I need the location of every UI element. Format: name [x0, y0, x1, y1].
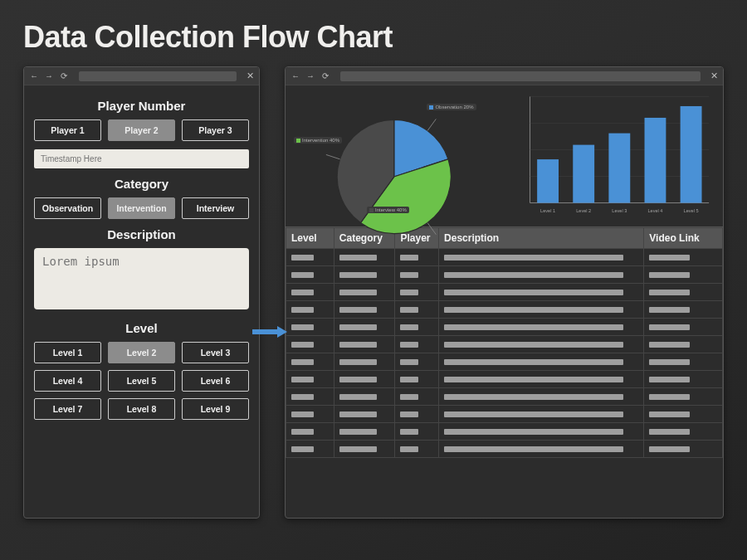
back-icon[interactable]: ← — [290, 72, 300, 80]
close-icon[interactable]: ✕ — [247, 71, 254, 81]
url-bar[interactable] — [79, 71, 237, 81]
svg-text:Level 4: Level 4 — [647, 208, 662, 213]
cell-placeholder — [400, 272, 418, 278]
cell-placeholder — [649, 377, 690, 382]
cell-placeholder — [339, 359, 377, 365]
svg-text:Level 1: Level 1 — [540, 208, 555, 213]
player-option-1[interactable]: Player 1 — [34, 119, 101, 141]
player-button-row: Player 1 Player 2 Player 3 — [34, 119, 249, 141]
dashboard-window-titlebar: ← → ⟳ ✕ — [286, 67, 723, 85]
cell-placeholder — [400, 359, 418, 365]
close-icon[interactable]: ✕ — [710, 71, 718, 81]
cell-placeholder — [339, 377, 377, 382]
cell-placeholder — [649, 394, 690, 400]
svg-rect-9 — [573, 145, 594, 203]
level-option-9[interactable]: Level 9 — [182, 398, 249, 420]
slide-title: Data Collection Flow Chart — [23, 20, 724, 55]
cell-placeholder — [291, 429, 314, 435]
category-option-intervention[interactable]: Intervention — [108, 197, 175, 219]
level-option-2[interactable]: Level 2 — [108, 342, 175, 363]
table-row — [286, 319, 723, 336]
level-option-8[interactable]: Level 8 — [108, 398, 175, 420]
table-row — [286, 301, 723, 319]
cell-placeholder — [649, 411, 690, 417]
category-button-row: Observation Intervention Interview — [34, 197, 249, 219]
cell-placeholder — [400, 307, 418, 313]
cell-placeholder — [339, 342, 377, 348]
svg-line-1 — [427, 223, 436, 235]
cell-placeholder — [444, 411, 622, 417]
pie-legend-interview: Interview 40% — [367, 207, 409, 213]
cell-placeholder — [400, 429, 418, 435]
player-number-heading: Player Number — [34, 99, 249, 113]
pie-legend-intervention: Intervention 40% — [294, 137, 342, 144]
level-grid: Level 1 Level 2 Level 3 Level 4 Level 5 … — [34, 342, 249, 420]
table-row — [286, 441, 723, 458]
form-window: ← → ⟳ ✕ Player Number Player 1 Player 2 … — [23, 66, 260, 519]
cell-placeholder — [400, 446, 418, 452]
level-option-1[interactable]: Level 1 — [34, 342, 101, 363]
refresh-icon[interactable]: ⟳ — [59, 72, 69, 80]
forward-icon[interactable]: → — [44, 72, 54, 80]
cell-placeholder — [444, 324, 622, 330]
cell-placeholder — [400, 394, 418, 400]
cell-placeholder — [291, 272, 314, 278]
cell-placeholder — [291, 394, 314, 400]
cell-placeholder — [339, 446, 377, 452]
table-row — [286, 284, 723, 301]
category-heading: Category — [34, 177, 249, 191]
cell-placeholder — [339, 394, 377, 400]
pie-chart: Observation 20% Intervention 40% Intervi… — [290, 89, 498, 220]
url-bar[interactable] — [340, 71, 701, 81]
cell-placeholder — [444, 429, 622, 435]
level-option-5[interactable]: Level 5 — [108, 370, 175, 392]
pie-legend-observation: Observation 20% — [427, 104, 476, 110]
cell-placeholder — [444, 272, 622, 278]
cell-placeholder — [649, 324, 690, 330]
cell-placeholder — [339, 429, 377, 435]
cell-placeholder — [339, 272, 377, 278]
player-option-2[interactable]: Player 2 — [108, 119, 175, 141]
back-icon[interactable]: ← — [29, 72, 39, 80]
cell-placeholder — [444, 359, 622, 365]
refresh-icon[interactable]: ⟳ — [320, 72, 330, 80]
cell-placeholder — [291, 324, 314, 330]
table-row — [286, 266, 723, 284]
svg-rect-15 — [680, 106, 701, 203]
svg-rect-11 — [608, 134, 630, 203]
description-input[interactable] — [34, 248, 249, 309]
table-row — [286, 406, 723, 423]
cell-placeholder — [649, 446, 690, 452]
cell-placeholder — [444, 290, 622, 295]
svg-text:Level 2: Level 2 — [576, 208, 591, 213]
cell-placeholder — [291, 359, 314, 365]
bar-chart: Level 1Level 2Level 3Level 4Level 5 — [511, 89, 719, 220]
level-option-4[interactable]: Level 4 — [34, 370, 101, 392]
cell-placeholder — [339, 290, 377, 295]
cell-placeholder — [444, 377, 622, 382]
cell-placeholder — [649, 290, 690, 295]
svg-line-2 — [326, 154, 340, 158]
timestamp-input[interactable] — [34, 149, 249, 168]
level-option-6[interactable]: Level 6 — [182, 370, 249, 392]
level-heading: Level — [34, 321, 249, 335]
cell-placeholder — [291, 411, 314, 417]
cell-placeholder — [291, 446, 314, 452]
level-option-3[interactable]: Level 3 — [182, 342, 249, 363]
player-option-3[interactable]: Player 3 — [182, 119, 249, 141]
cell-placeholder — [444, 394, 622, 400]
cell-placeholder — [444, 342, 622, 348]
cell-placeholder — [649, 359, 690, 365]
table-row — [286, 371, 723, 388]
cell-placeholder — [649, 255, 690, 261]
cell-placeholder — [291, 342, 314, 348]
level-option-7[interactable]: Level 7 — [34, 398, 101, 420]
forward-icon[interactable]: → — [305, 72, 315, 80]
cell-placeholder — [400, 290, 418, 295]
description-heading: Description — [34, 227, 249, 241]
cell-placeholder — [291, 290, 314, 295]
cell-placeholder — [400, 411, 418, 417]
category-option-interview[interactable]: Interview — [182, 197, 249, 219]
category-option-observation[interactable]: Observation — [34, 197, 101, 219]
svg-line-0 — [427, 119, 436, 130]
